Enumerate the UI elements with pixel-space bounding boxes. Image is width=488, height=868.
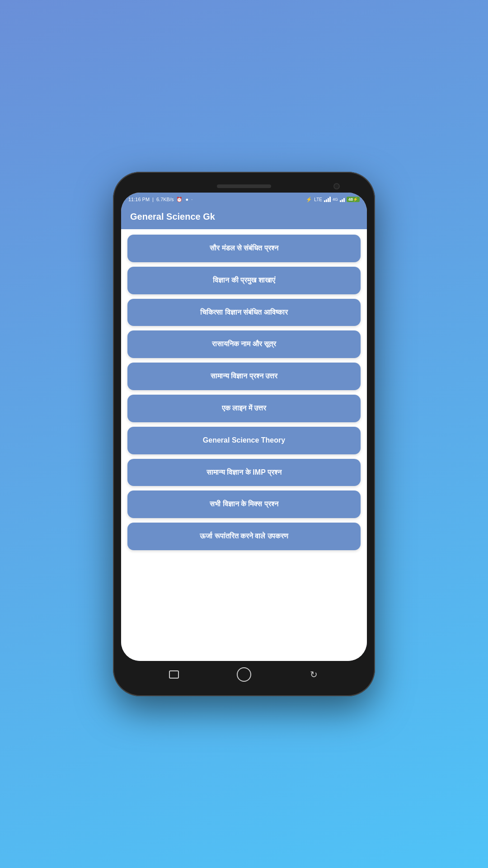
home-icon <box>237 667 251 682</box>
bluetooth-icon: ⚡ <box>306 197 312 203</box>
phone-camera <box>333 183 340 189</box>
signal-bars <box>324 197 331 202</box>
status-bar: 11:16 PM | 6.7KB/s ⏰ ● · ⚡ LTE 4G 48 <box>121 193 367 206</box>
phone-speaker <box>217 184 271 188</box>
status-right: ⚡ LTE 4G 48 ⚡ <box>306 197 360 203</box>
menu-item-mix[interactable]: सभी विज्ञान के मिक्स प्रश्न <box>127 491 361 518</box>
recent-icon <box>169 670 179 679</box>
recent-apps-button[interactable] <box>166 666 182 683</box>
network-speed: | <box>152 197 154 202</box>
menu-item-energy[interactable]: ऊर्जा रूपांतरित करने वाले उपकरण <box>127 523 361 550</box>
time-display: 11:16 PM <box>128 197 150 202</box>
battery-indicator: 48 ⚡ <box>347 197 360 202</box>
phone-frame: 11:16 PM | 6.7KB/s ⏰ ● · ⚡ LTE 4G 48 <box>113 172 375 696</box>
app-title: General Science Gk <box>130 212 358 222</box>
alarm-icon: ⏰ <box>176 197 183 203</box>
back-icon: ↻ <box>310 669 318 680</box>
menu-item-branches[interactable]: विज्ञान की प्रमुख शाखाएं <box>127 267 361 294</box>
menu-item-theory[interactable]: General Science Theory <box>127 427 361 454</box>
menu-item-solar[interactable]: सौर मंडल से संबंधित प्रश्न <box>127 235 361 262</box>
menu-item-medical[interactable]: चिकित्सा विज्ञान संबंधित आविष्कार <box>127 299 361 326</box>
signal-bars-2 <box>340 197 345 202</box>
dot-separator: · <box>191 197 192 202</box>
menu-list: सौर मंडल से संबंधित प्रश्न विज्ञान की प्… <box>121 229 367 661</box>
home-button[interactable] <box>236 666 252 683</box>
bottom-nav-bar: ↻ <box>121 661 367 688</box>
status-left: 11:16 PM | 6.7KB/s ⏰ ● · <box>128 197 192 203</box>
back-button[interactable]: ↻ <box>306 666 322 683</box>
network-speed-value: 6.7KB/s <box>156 197 174 202</box>
menu-item-imp[interactable]: सामान्य विज्ञान के IMP प्रश्न <box>127 459 361 486</box>
wifi-icon: LTE <box>314 197 322 202</box>
menu-item-chemical[interactable]: रासायनिक नाम और सूत्र <box>127 330 361 358</box>
menu-item-general-qa[interactable]: सामान्य विज्ञान प्रश्न उत्तर <box>127 363 361 390</box>
dot-indicator: ● <box>185 197 188 202</box>
phone-top-bar <box>121 180 367 193</box>
network-type: 4G <box>333 197 338 202</box>
phone-screen: 11:16 PM | 6.7KB/s ⏰ ● · ⚡ LTE 4G 48 <box>121 193 367 661</box>
menu-item-one-line[interactable]: एक लाइन में उत्तर <box>127 395 361 422</box>
app-header: General Science Gk <box>121 206 367 229</box>
